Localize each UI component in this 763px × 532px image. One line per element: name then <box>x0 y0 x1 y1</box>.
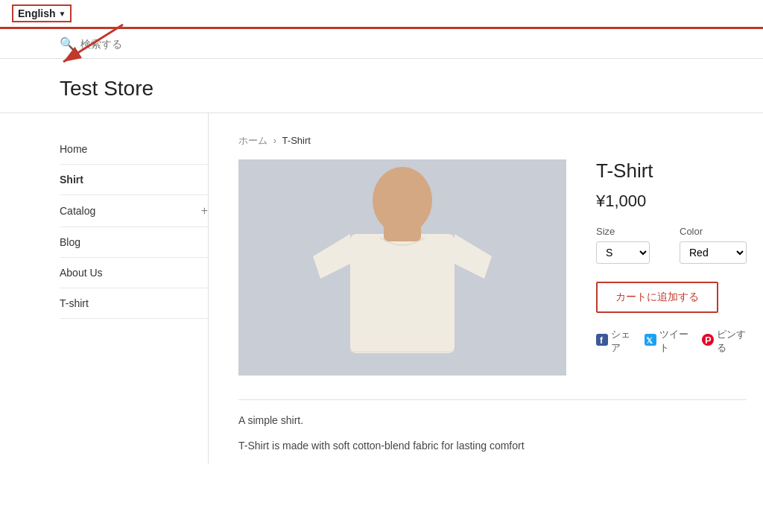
svg-line-1 <box>63 25 123 62</box>
facebook-share-label: シェア <box>611 328 633 355</box>
sidebar-item-label: About Us <box>60 267 103 279</box>
product-image <box>238 159 566 376</box>
sidebar-item-label: Shirt <box>60 174 83 186</box>
sidebar-item-home[interactable]: Home <box>60 134 208 165</box>
sidebar-item-label: Home <box>60 143 87 155</box>
color-select[interactable]: Red Blue White Black <box>680 241 747 264</box>
svg-text:𝕏: 𝕏 <box>646 336 653 345</box>
description-line-1: A simple shirt. <box>238 412 747 428</box>
breadcrumb: ホーム › T-Shirt <box>238 134 747 148</box>
store-title: Test Store <box>60 77 703 101</box>
sidebar: Home Shirt Catalog + Blog About Us T-shi… <box>60 113 209 463</box>
twitter-share-label: ツイート <box>659 328 689 355</box>
facebook-share[interactable]: f シェア <box>596 328 633 355</box>
language-selector[interactable]: English ▼ <box>12 4 72 22</box>
svg-point-7 <box>373 167 432 234</box>
size-label: Size <box>596 226 650 237</box>
sidebar-item-label: Blog <box>60 236 80 248</box>
product-options: Size S M L XL Color Red Blue <box>596 226 747 264</box>
size-option-group: Size S M L XL <box>596 226 650 264</box>
breadcrumb-separator: › <box>273 135 276 146</box>
add-to-cart-button[interactable]: カートに追加する <box>596 282 718 313</box>
svg-rect-3 <box>350 234 455 353</box>
sidebar-item-label: T-shirt <box>60 297 89 309</box>
color-option-group: Color Red Blue White Black <box>680 226 747 264</box>
breadcrumb-current: T-Shirt <box>282 135 311 146</box>
sidebar-item-shirt[interactable]: Shirt <box>60 165 208 195</box>
facebook-icon: f <box>596 334 608 349</box>
sidebar-item-catalog[interactable]: Catalog + <box>60 195 208 227</box>
product-image-svg <box>238 159 566 376</box>
description-line-2: T-Shirt is made with soft cotton-blend f… <box>238 437 747 454</box>
social-share: f シェア 𝕏 ツイート P ピンする <box>596 328 747 355</box>
chevron-down-icon: ▼ <box>59 10 66 18</box>
sidebar-item-about-us[interactable]: About Us <box>60 258 208 288</box>
product-area: ホーム › T-Shirt <box>238 113 747 463</box>
twitter-share[interactable]: 𝕏 ツイート <box>645 328 689 355</box>
product-price: ¥1,000 <box>596 191 747 211</box>
twitter-icon: 𝕏 <box>645 334 656 349</box>
annotation-arrow <box>41 21 130 88</box>
language-label: English <box>18 7 56 19</box>
pinterest-share[interactable]: P ピンする <box>702 328 747 355</box>
sidebar-item-blog[interactable]: Blog <box>60 227 208 258</box>
product-content: T-Shirt ¥1,000 Size S M L XL Color <box>238 159 747 376</box>
pinterest-icon: P <box>702 334 714 349</box>
top-bar: English ▼ <box>0 0 763 29</box>
sidebar-item-tshirt[interactable]: T-shirt <box>60 288 208 319</box>
product-name: T-Shirt <box>596 159 747 183</box>
svg-text:P: P <box>705 335 712 346</box>
size-select[interactable]: S M L XL <box>596 241 650 264</box>
main-layout: Home Shirt Catalog + Blog About Us T-shi… <box>0 113 763 463</box>
sidebar-item-label: Catalog <box>60 205 95 217</box>
color-label: Color <box>680 226 747 237</box>
product-info: T-Shirt ¥1,000 Size S M L XL Color <box>596 159 747 355</box>
pinterest-share-label: ピンする <box>717 328 747 355</box>
expand-icon: + <box>201 204 208 218</box>
breadcrumb-home[interactable]: ホーム <box>238 135 267 146</box>
product-description: A simple shirt. T-Shirt is made with sof… <box>238 399 747 455</box>
